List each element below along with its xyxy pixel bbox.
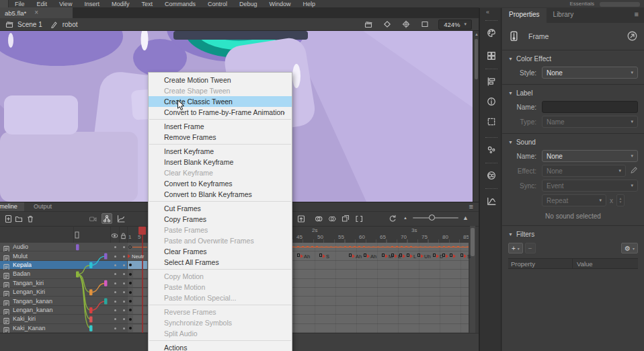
zoom-in-timeline-icon[interactable]: ▲: [462, 214, 469, 221]
menubar-item-debug[interactable]: Debug: [233, 0, 264, 7]
menubar-item-modify[interactable]: Modify: [106, 0, 136, 7]
frame-label-name-input[interactable]: [542, 101, 638, 113]
timeline-vertical-scrollbar[interactable]: [470, 226, 475, 333]
menu-item-insert-blank-keyframe[interactable]: Insert Blank Keyframe: [149, 157, 292, 167]
empty-keyframe-icon[interactable]: [128, 245, 132, 249]
eye-dot[interactable]: [114, 256, 116, 258]
eye-dot[interactable]: [114, 309, 116, 311]
breadcrumb-symbol[interactable]: robot: [63, 21, 78, 28]
eye-dot[interactable]: [114, 264, 116, 266]
motion-editor-icon[interactable]: [485, 195, 497, 207]
sound-effect-select[interactable]: None ▾: [542, 165, 626, 177]
label-type-select[interactable]: Name ▾: [542, 116, 638, 128]
add-filter-button[interactable]: + ▾: [508, 243, 523, 254]
info-icon[interactable]: [485, 95, 497, 108]
zoom-slider-knob[interactable]: [429, 214, 435, 221]
scrollbar-thumb[interactable]: [471, 228, 475, 256]
eye-dot[interactable]: [114, 301, 116, 303]
lock-dot[interactable]: [123, 264, 125, 266]
keyframe-box-icon[interactable]: [460, 254, 463, 257]
menubar-item-file[interactable]: File: [9, 0, 31, 7]
menubar-item-view[interactable]: View: [53, 0, 78, 7]
close-icon[interactable]: ×: [34, 9, 38, 16]
lock-icon[interactable]: [120, 230, 127, 242]
tab-library[interactable]: Library: [547, 8, 581, 23]
stage-zoom-select[interactable]: 424% ▾: [438, 20, 472, 30]
center-stage-icon[interactable]: [401, 20, 411, 29]
tab-output[interactable]: Output: [27, 202, 58, 211]
new-folder-icon[interactable]: [13, 213, 24, 224]
center-frame-icon[interactable]: [296, 213, 307, 224]
filter-options-button[interactable]: ⚙ ▾: [621, 243, 638, 254]
keyframe-dot[interactable]: [129, 273, 132, 276]
marker-range-icon[interactable]: [354, 213, 364, 224]
swatches-icon[interactable]: [485, 50, 497, 62]
menubar-item-text[interactable]: Text: [135, 0, 159, 7]
brush-library-icon[interactable]: [485, 144, 497, 156]
playhead[interactable]: [138, 227, 146, 235]
menubar-item-window[interactable]: Window: [264, 0, 297, 7]
keyframe-box-icon[interactable]: [364, 254, 366, 257]
keyframe-dot[interactable]: [129, 300, 132, 303]
camera-icon[interactable]: [87, 213, 98, 224]
onion-skin-icon[interactable]: [313, 213, 324, 224]
lock-dot[interactable]: [123, 301, 125, 303]
keyframe-dot[interactable]: [129, 318, 132, 321]
lock-dot[interactable]: [123, 256, 125, 258]
eye-icon[interactable]: [111, 230, 118, 242]
scene-icon[interactable]: [4, 20, 15, 29]
keyframe-box-icon[interactable]: [399, 254, 402, 257]
graph-editor-icon[interactable]: [116, 213, 126, 224]
tab-timeline[interactable]: Timeline: [0, 202, 24, 211]
edit-sound-envelope-icon[interactable]: [630, 166, 638, 176]
cc-libraries-icon[interactable]: [485, 169, 497, 182]
menu-item-clear-frames[interactable]: Clear Frames: [149, 246, 292, 257]
sound-header[interactable]: ▼ Sound: [508, 137, 638, 147]
keyframe-box-icon[interactable]: [391, 254, 394, 257]
filters-header[interactable]: ▼ Filters: [508, 229, 638, 239]
keyframe-box-icon[interactable]: [442, 254, 445, 257]
loop-frames-icon[interactable]: [387, 213, 398, 224]
timeline-zoom-slider[interactable]: [413, 217, 458, 219]
menu-item-create-motion-tween[interactable]: Create Motion Tween: [149, 75, 292, 85]
breadcrumb-scene[interactable]: Scene 1: [17, 21, 42, 28]
keyframe-box-icon[interactable]: [407, 254, 409, 257]
remove-filter-button[interactable]: −: [525, 243, 536, 254]
lock-dot[interactable]: [123, 282, 125, 284]
panel-menu-icon[interactable]: ≡: [469, 202, 473, 211]
align-icon[interactable]: [485, 75, 497, 87]
keyframe-box-icon[interactable]: [382, 254, 385, 257]
menu-item-create-classic-tween[interactable]: Create Classic Tween: [149, 96, 292, 107]
eye-dot[interactable]: [114, 282, 116, 284]
menu-item-remove-frames[interactable]: Remove Frames: [149, 132, 292, 143]
keyframe-box-icon[interactable]: [450, 254, 452, 257]
menubar-item-help[interactable]: Help: [297, 0, 322, 7]
symbol-icon[interactable]: [49, 20, 60, 29]
menu-item-select-all-frames[interactable]: Select All Frames: [149, 257, 292, 268]
color-style-select[interactable]: None ▾: [542, 67, 638, 79]
stage-vertical-scrollbar[interactable]: ▲: [473, 31, 479, 202]
keyframe-box-icon[interactable]: [417, 254, 420, 257]
menu-item-convert-to-frame-by-frame-animation[interactable]: Convert to Frame-by-Frame Animation›: [149, 107, 292, 118]
menu-item-insert-frame[interactable]: Insert Frame: [149, 121, 292, 132]
menubar-item-edit[interactable]: Edit: [31, 0, 54, 7]
keyframe-dot[interactable]: [129, 291, 132, 294]
new-layer-icon[interactable]: [3, 213, 13, 224]
zoom-out-timeline-icon[interactable]: ▲: [403, 216, 407, 220]
menu-item-convert-to-keyframes[interactable]: Convert to Keyframes: [149, 178, 292, 189]
edit-scene-icon[interactable]: [363, 20, 374, 29]
menu-item-cut-frames[interactable]: Cut Frames: [149, 203, 292, 214]
eye-dot[interactable]: [114, 327, 116, 329]
frames-ruler[interactable]: 4550556065707580852s3s: [292, 226, 469, 243]
color-palette-icon[interactable]: [485, 27, 497, 39]
keyframe-box-icon[interactable]: [433, 254, 436, 257]
workspace-switcher[interactable]: Essentials: [570, 0, 594, 7]
transform-icon[interactable]: [485, 116, 497, 128]
keyframe-box-icon[interactable]: [297, 254, 300, 257]
parent-view-icon[interactable]: [102, 213, 112, 224]
keyframe-box-icon[interactable]: [319, 254, 322, 257]
menu-item-insert-keyframe[interactable]: Insert Keyframe: [149, 146, 292, 157]
clip-content-icon[interactable]: [419, 20, 430, 29]
quick-share-icon[interactable]: [627, 31, 637, 42]
color-effect-header[interactable]: ▼ Color Effect: [508, 54, 638, 64]
